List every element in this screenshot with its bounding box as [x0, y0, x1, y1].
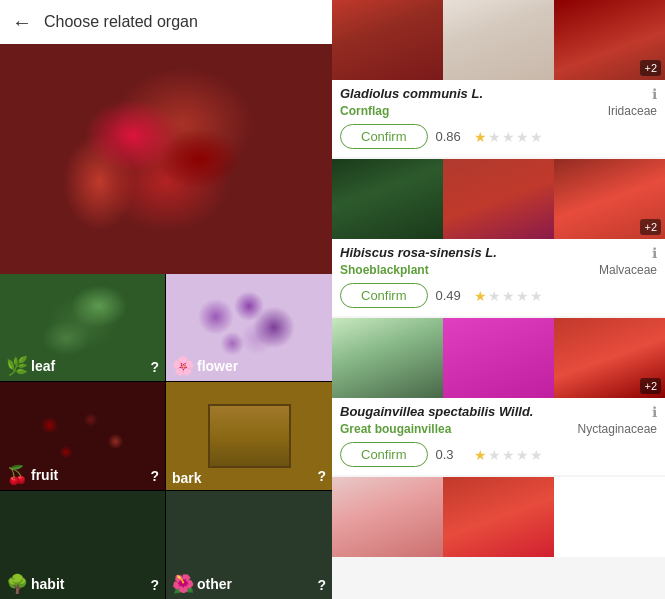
species-name-1: Gladiolus communis L.: [340, 86, 483, 101]
flower-label-group: 🌸 flower: [172, 355, 238, 377]
flower-cell[interactable]: 🌸 flower: [166, 274, 332, 382]
other-icon: 🌺: [172, 573, 194, 595]
habit-cell[interactable]: 🌳 habit ?: [0, 491, 166, 599]
family-name-2: Malvaceae: [599, 263, 657, 277]
confirm-btn-1[interactable]: Confirm: [340, 124, 428, 149]
photo-thumb-2b: [443, 159, 554, 239]
habit-label-group: 🌳 habit: [6, 573, 64, 595]
common-row-3: Great bougainvillea Nyctaginaceae: [340, 422, 657, 436]
family-name-1: Iridaceae: [608, 104, 657, 118]
back-button[interactable]: ←: [12, 11, 32, 34]
photo-thumb-2c: +2: [554, 159, 665, 239]
species-row-3: Bougainvillea spectabilis Willd. ℹ: [340, 404, 657, 420]
confirm-btn-2[interactable]: Confirm: [340, 283, 428, 308]
photo-thumb-3b: [443, 318, 554, 398]
photo-strip-3: +2: [332, 318, 665, 398]
header-title: Choose related organ: [44, 13, 198, 31]
result-item-4: [332, 477, 665, 557]
habit-label: habit: [31, 576, 64, 592]
star-2-4: ★: [516, 288, 529, 304]
photo-thumb-2a: [332, 159, 443, 239]
common-name-3: Great bougainvillea: [340, 422, 451, 436]
confirm-row-2: Confirm 0.49 ★ ★ ★ ★ ★: [340, 283, 657, 308]
result-item-1: +2 Gladiolus communis L. ℹ Cornflag Irid…: [332, 0, 665, 157]
organ-grid: 🌿 leaf ? 🌸 flower 🍒 fruit ?: [0, 274, 332, 599]
photo-thumb-4c: [554, 477, 665, 557]
bark-label-group: bark: [172, 470, 202, 486]
flower-photo-bg: [0, 44, 332, 274]
other-cell[interactable]: 🌺 other ?: [166, 491, 332, 599]
confirm-btn-3[interactable]: Confirm: [340, 442, 428, 467]
star-1-4: ★: [516, 129, 529, 145]
other-label-group: 🌺 other: [172, 573, 232, 595]
fruit-icon: 🍒: [6, 464, 28, 486]
star-3-3: ★: [502, 447, 515, 463]
fruit-question: ?: [150, 468, 159, 484]
photo-thumb-3a: [332, 318, 443, 398]
photo-strip-1: +2: [332, 0, 665, 80]
common-name-2: Shoeblackplant: [340, 263, 429, 277]
species-row-2: Hibiscus rosa-sinensis L. ℹ: [340, 245, 657, 261]
photo-thumb-1c: +2: [554, 0, 665, 80]
info-icon-1[interactable]: ℹ: [652, 86, 657, 102]
result-info-3: Bougainvillea spectabilis Willd. ℹ Great…: [332, 398, 665, 475]
stars-2: ★ ★ ★ ★ ★: [474, 288, 543, 304]
leaf-icon: 🌿: [6, 355, 28, 377]
stars-3: ★ ★ ★ ★ ★: [474, 447, 543, 463]
score-1: 0.86: [436, 129, 466, 144]
star-2-2: ★: [488, 288, 501, 304]
leaf-cell[interactable]: 🌿 leaf ?: [0, 274, 166, 382]
plus-badge-2: +2: [640, 219, 661, 235]
plus-badge-3: +2: [640, 378, 661, 394]
photo-strip-2: +2: [332, 159, 665, 239]
leaf-label: leaf: [31, 358, 55, 374]
other-label: other: [197, 576, 232, 592]
bark-label: bark: [172, 470, 202, 486]
info-icon-3[interactable]: ℹ: [652, 404, 657, 420]
star-3-1: ★: [474, 447, 487, 463]
other-question: ?: [317, 577, 326, 593]
bark-question: ?: [317, 468, 326, 484]
photo-strip-4: [332, 477, 665, 557]
result-info-1: Gladiolus communis L. ℹ Cornflag Iridace…: [332, 80, 665, 157]
photo-thumb-1b: [443, 0, 554, 80]
family-name-3: Nyctaginaceae: [578, 422, 657, 436]
star-1-3: ★: [502, 129, 515, 145]
species-name-3: Bougainvillea spectabilis Willd.: [340, 404, 533, 419]
fruit-label-group: 🍒 fruit: [6, 464, 58, 486]
star-2-3: ★: [502, 288, 515, 304]
leaf-question: ?: [150, 359, 159, 375]
confirm-row-1: Confirm 0.86 ★ ★ ★ ★ ★: [340, 124, 657, 149]
star-1-5: ★: [530, 129, 543, 145]
common-row-1: Cornflag Iridaceae: [340, 104, 657, 118]
bark-inner-rect: [208, 404, 291, 468]
score-3: 0.3: [436, 447, 466, 462]
header: ← Choose related organ: [0, 0, 332, 44]
species-name-2: Hibiscus rosa-sinensis L.: [340, 245, 497, 260]
common-name-1: Cornflag: [340, 104, 389, 118]
fruit-cell[interactable]: 🍒 fruit ?: [0, 382, 166, 490]
common-row-2: Shoeblackplant Malvaceae: [340, 263, 657, 277]
photo-thumb-4a: [332, 477, 443, 557]
confirm-row-3: Confirm 0.3 ★ ★ ★ ★ ★: [340, 442, 657, 467]
photo-thumb-4b: [443, 477, 554, 557]
flower-label: flower: [197, 358, 238, 374]
result-info-2: Hibiscus rosa-sinensis L. ℹ Shoeblackpla…: [332, 239, 665, 316]
result-item-2: +2 Hibiscus rosa-sinensis L. ℹ Shoeblack…: [332, 159, 665, 316]
star-2-1: ★: [474, 288, 487, 304]
info-icon-2[interactable]: ℹ: [652, 245, 657, 261]
star-1-1: ★: [474, 129, 487, 145]
fruit-label: fruit: [31, 467, 58, 483]
main-photo: [0, 44, 332, 274]
left-panel: ← Choose related organ 🌿 leaf ? 🌸 flower: [0, 0, 332, 599]
star-3-4: ★: [516, 447, 529, 463]
photo-thumb-3c: +2: [554, 318, 665, 398]
leaf-label-group: 🌿 leaf: [6, 355, 55, 377]
photo-thumb-1a: [332, 0, 443, 80]
flower-icon: 🌸: [172, 355, 194, 377]
star-2-5: ★: [530, 288, 543, 304]
bark-cell[interactable]: bark ?: [166, 382, 332, 490]
stars-1: ★ ★ ★ ★ ★: [474, 129, 543, 145]
species-row-1: Gladiolus communis L. ℹ: [340, 86, 657, 102]
habit-icon: 🌳: [6, 573, 28, 595]
